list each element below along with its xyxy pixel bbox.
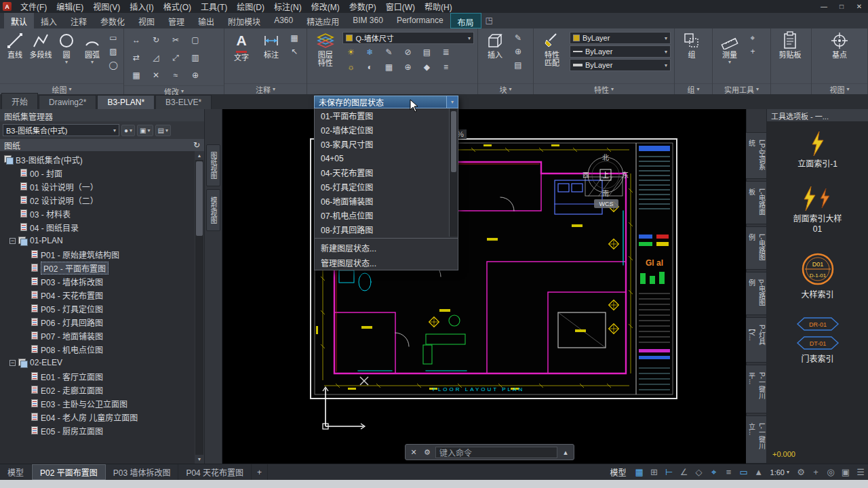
- panel-label-clipboard[interactable]: [771, 83, 811, 94]
- annotation-icon[interactable]: ▲: [751, 464, 766, 480]
- sheet-set-combo[interactable]: B3-图纸集合(中式)▾: [3, 124, 119, 136]
- palette-tab[interactable]: L-电路图例: [745, 226, 769, 270]
- command-history-icon[interactable]: ▴: [560, 448, 571, 457]
- palette-tab[interactable]: p-电路图例: [745, 272, 769, 315]
- menu-draw[interactable]: 绘图(D): [232, 0, 269, 14]
- panel-label-layers[interactable]: [307, 83, 477, 94]
- match-properties-button[interactable]: 特性匹配: [536, 30, 568, 67]
- menu-view[interactable]: 视图(V): [88, 0, 125, 14]
- annotation-scale-button[interactable]: 1:60▾: [766, 464, 793, 480]
- file-tab-b3-elve[interactable]: B3-ELVE*: [155, 95, 212, 109]
- scrollbar-thumb[interactable]: [196, 161, 203, 236]
- command-line[interactable]: ✕ ⚙ 键入命令 ▴: [405, 444, 574, 460]
- layer-state-item[interactable]: 08-灯具回路图: [315, 222, 449, 237]
- polar-icon[interactable]: ∠: [677, 464, 692, 480]
- layer-list-icon[interactable]: ≡: [437, 60, 454, 74]
- close-icon[interactable]: ✕: [408, 448, 419, 457]
- scale-icon[interactable]: ▥: [186, 49, 204, 65]
- rectangle-icon[interactable]: ▭: [106, 32, 120, 44]
- app-icon[interactable]: A: [3, 2, 12, 11]
- group-button[interactable]: 组: [677, 30, 707, 59]
- publish-button[interactable]: ●▾: [121, 125, 135, 136]
- menu-edit[interactable]: 编辑(E): [52, 0, 88, 14]
- ribbon-tab-bim360[interactable]: BIM 360: [346, 13, 390, 28]
- menu-format[interactable]: 格式(O): [159, 0, 196, 14]
- erase-icon[interactable]: ✕: [147, 67, 165, 83]
- layer-state-item[interactable]: 05-灯具定位图: [315, 180, 449, 194]
- dimension-button[interactable]: 标注: [256, 30, 286, 59]
- model-space-button[interactable]: 模型: [605, 464, 632, 480]
- ribbon-tab-home[interactable]: 默认: [4, 13, 34, 28]
- ribbon-tab-featured[interactable]: 精选应用: [300, 13, 346, 28]
- tool-door-index[interactable]: DR-01 DT-01 门表索引: [796, 317, 840, 365]
- layer-state-item[interactable]: 03-家具尺寸图: [315, 137, 449, 151]
- menu-help[interactable]: 帮助(H): [420, 0, 457, 14]
- tool-section-index[interactable]: 剖面索引大样01: [793, 186, 842, 235]
- sheet-item[interactable]: P03 - 墙体拆改图: [4, 274, 193, 288]
- polyline-button[interactable]: 多段线: [28, 30, 54, 59]
- palette-tab[interactable]: L-电路面板: [745, 181, 769, 224]
- layer-state-item[interactable]: 07-机电点位图: [315, 208, 449, 222]
- explode-icon[interactable]: ⊕: [186, 67, 204, 83]
- tree-root[interactable]: B3-图纸集合(中式): [4, 152, 193, 166]
- ribbon-tab-performance[interactable]: Performance: [390, 13, 450, 28]
- move-icon[interactable]: ↔: [127, 32, 145, 47]
- dynamic-input-icon[interactable]: ▭: [736, 464, 751, 480]
- menu-parametric[interactable]: 参数(P): [344, 0, 381, 14]
- refresh-icon[interactable]: ↻: [193, 140, 200, 150]
- sheet-item[interactable]: 03 - 材料表: [4, 207, 193, 220]
- ribbon-tab-manage[interactable]: 管理: [161, 13, 191, 28]
- layer-thaw-icon[interactable]: ☼: [342, 60, 359, 74]
- sheet-item-selected[interactable]: P02 - 平面布置图: [4, 261, 193, 274]
- osnap-icon[interactable]: ⌖: [707, 464, 722, 480]
- offset-icon[interactable]: ≈: [167, 67, 184, 83]
- layer-properties-button[interactable]: 图层特性: [309, 30, 341, 67]
- id-point-icon[interactable]: ⌖: [746, 32, 760, 44]
- file-tab-drawing2[interactable]: Drawing2*: [39, 95, 96, 109]
- chevron-down-icon[interactable]: ▾: [446, 96, 458, 108]
- sheet-item[interactable]: P06 - 灯具回路图: [4, 315, 193, 329]
- quick-select-icon[interactable]: +: [746, 45, 760, 58]
- grid-icon[interactable]: ▦: [632, 464, 647, 480]
- maximize-button[interactable]: □: [833, 3, 850, 10]
- layer-state-icon[interactable]: ≣: [437, 45, 454, 59]
- tree-group-02-elev[interactable]: −02-ELEV: [4, 356, 193, 369]
- edit-attribute-icon[interactable]: ✎: [511, 32, 525, 44]
- layer-merge-icon[interactable]: ▦: [380, 60, 397, 74]
- sheet-item[interactable]: E04 - 老人房 儿童房立面图: [4, 410, 193, 424]
- sheet-item[interactable]: 04 - 图纸目录: [4, 220, 193, 234]
- panel-label-block[interactable]: 块▾: [478, 83, 533, 94]
- layout-tab-p04[interactable]: P04 天花布置图: [178, 464, 252, 480]
- sheet-item[interactable]: P01 - 原始建筑结构图: [4, 247, 193, 261]
- stretch-icon[interactable]: ⤢: [167, 49, 184, 65]
- isodraft-icon[interactable]: ◇: [692, 464, 707, 480]
- layout-tab-p02[interactable]: P02 平面布置图: [32, 464, 106, 480]
- palette-tab[interactable]: L-一键川立...: [745, 415, 769, 464]
- file-tab-b3-plan[interactable]: B3-PLAN*: [97, 95, 155, 109]
- tree-scrollbar[interactable]: ▲ ▼: [195, 151, 204, 464]
- layer-add-icon[interactable]: ⊕: [399, 60, 416, 74]
- file-tab-start[interactable]: 开始: [1, 93, 38, 109]
- panel-label-properties[interactable]: 特性▾: [534, 83, 674, 94]
- layer-state-item[interactable]: 01-平面布置图: [315, 108, 449, 123]
- details-button[interactable]: ▤▾: [155, 125, 171, 136]
- linetype-combo[interactable]: ByLayer▾: [570, 45, 671, 58]
- ellipse-icon[interactable]: ◯: [106, 59, 120, 71]
- menu-file[interactable]: 文件(F): [16, 0, 52, 14]
- print-button[interactable]: ▣▾: [137, 125, 153, 136]
- array-icon[interactable]: ▦: [127, 67, 145, 83]
- new-layer-state-item[interactable]: 新建图层状态...: [315, 240, 458, 255]
- customize-icon[interactable]: ⚙: [422, 448, 433, 457]
- tree-group-01-plan[interactable]: −01-PLAN: [4, 234, 193, 247]
- hatch-icon[interactable]: ▨: [106, 45, 120, 58]
- panel-label-view[interactable]: 视图▾: [812, 83, 867, 94]
- snap-icon[interactable]: ⊞: [647, 464, 662, 480]
- tool-elevation-index[interactable]: 立面索引-1: [797, 131, 837, 169]
- sheet-item[interactable]: 01 设计说明（一）: [4, 180, 193, 193]
- ribbon-tab-parametric[interactable]: 参数化: [94, 13, 132, 28]
- new-layout-button[interactable]: +: [252, 464, 268, 480]
- palette-tab[interactable]: P-灯具【Y...: [745, 317, 769, 363]
- table-icon[interactable]: ▦: [288, 32, 301, 44]
- tool-detail-index[interactable]: D01 D-1-01 大样索引: [800, 251, 836, 300]
- layer-edit-icon[interactable]: ✎: [380, 45, 397, 59]
